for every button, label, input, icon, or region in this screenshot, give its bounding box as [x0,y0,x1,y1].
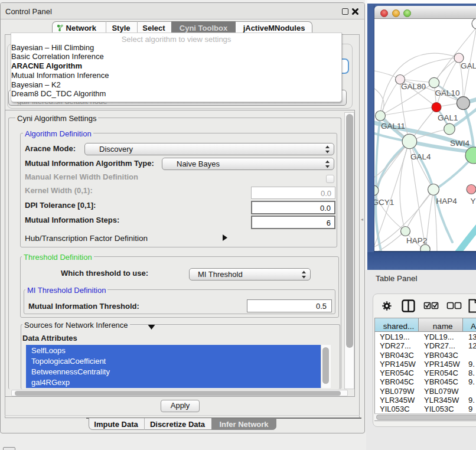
svg-text:HAP2: HAP2 [406,236,427,245]
svg-text:SWI4: SWI4 [450,139,470,148]
svg-text:GAL11: GAL11 [381,122,405,131]
svg-text:GAL10: GAL10 [435,89,460,97]
svg-text:Y: Y [471,197,476,206]
svg-text:GAL4: GAL4 [410,152,431,161]
svg-text:HAP4: HAP4 [436,197,458,206]
svg-text:GAL80: GAL80 [401,82,426,91]
svg-text:GAL7: GAL7 [461,61,476,70]
svg-text:GCY1: GCY1 [374,198,394,207]
svg-text:GAL1: GAL1 [438,113,458,122]
